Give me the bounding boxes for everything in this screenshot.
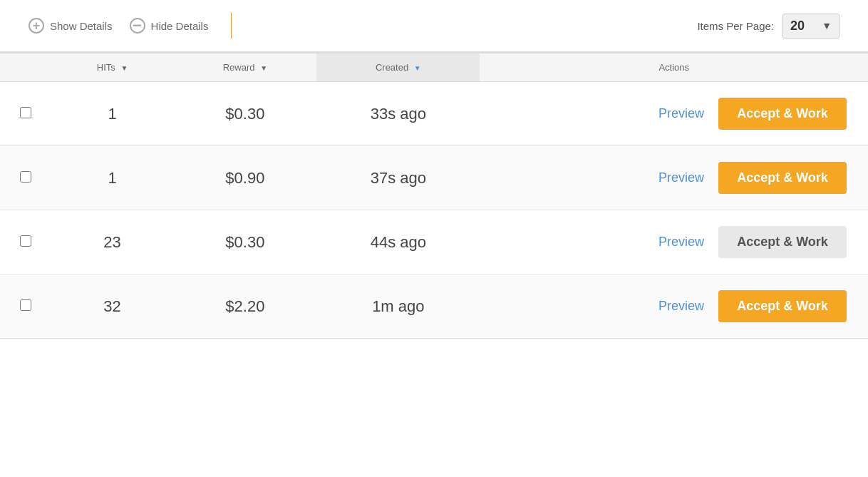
row-reward-0: $0.30 <box>174 82 317 146</box>
col-hits-header: HITs ▼ <box>51 53 174 82</box>
show-details-button[interactable]: + Show Details <box>29 18 113 34</box>
row-created-2: 44s ago <box>316 210 480 275</box>
row-checkbox-cell <box>0 210 51 275</box>
preview-button-3[interactable]: Preview <box>658 299 704 314</box>
hits-table: HITs ▼ Reward ▼ Created ▼ Actions <box>0 53 868 339</box>
items-per-page-select[interactable]: 20 ▼ <box>782 14 839 39</box>
row-checkbox-2[interactable] <box>20 235 31 247</box>
hits-sort-icon[interactable]: ▼ <box>120 64 128 72</box>
accept-work-button-1[interactable]: Accept & Work <box>718 162 847 194</box>
preview-button-1[interactable]: Preview <box>658 170 704 185</box>
accept-work-button-2[interactable]: Accept & Work <box>718 226 847 258</box>
minus-icon: − <box>130 18 145 34</box>
row-created-0: 33s ago <box>316 82 480 146</box>
row-reward-1: $0.90 <box>174 146 317 210</box>
preview-button-2[interactable]: Preview <box>658 235 704 250</box>
row-hits-1: 1 <box>51 146 174 210</box>
col-reward-header: Reward ▼ <box>174 53 317 82</box>
actions-cell-3: Preview Accept & Work <box>491 290 847 322</box>
toolbar-divider <box>231 13 232 39</box>
row-actions-2: Preview Accept & Work <box>480 210 868 275</box>
row-checkbox-1[interactable] <box>20 171 31 183</box>
col-select-header <box>0 53 51 82</box>
row-created-1: 37s ago <box>316 146 480 210</box>
actions-cell-2: Preview Accept & Work <box>491 226 847 258</box>
row-actions-0: Preview Accept & Work <box>480 82 868 146</box>
reward-sort-icon[interactable]: ▼ <box>260 64 267 72</box>
hide-details-button[interactable]: − Hide Details <box>130 18 209 34</box>
row-created-3: 1m ago <box>316 275 480 339</box>
row-reward-2: $0.30 <box>174 210 317 275</box>
row-hits-0: 1 <box>51 82 174 146</box>
actions-cell-0: Preview Accept & Work <box>491 98 847 130</box>
table-row: 1 $0.90 37s ago Preview Accept & Work <box>0 146 868 210</box>
row-checkbox-0[interactable] <box>20 107 31 118</box>
hits-table-wrapper: HITs ▼ Reward ▼ Created ▼ Actions <box>0 51 868 339</box>
accept-work-button-0[interactable]: Accept & Work <box>718 98 847 130</box>
table-row: 23 $0.30 44s ago Preview Accept & Work <box>0 210 868 275</box>
accept-work-button-3[interactable]: Accept & Work <box>718 290 847 322</box>
show-details-label: Show Details <box>50 20 113 32</box>
items-per-page-control: Items Per Page: 20 ▼ <box>697 14 839 39</box>
col-actions-header: Actions <box>480 53 868 82</box>
row-checkbox-cell <box>0 146 51 210</box>
hide-details-label: Hide Details <box>151 20 209 32</box>
col-created-header: Created ▼ <box>316 53 480 82</box>
created-sort-icon[interactable]: ▼ <box>414 64 421 72</box>
table-header-row: HITs ▼ Reward ▼ Created ▼ Actions <box>0 53 868 82</box>
table-row: 1 $0.30 33s ago Preview Accept & Work <box>0 82 868 146</box>
items-per-page-label: Items Per Page: <box>697 20 774 32</box>
row-checkbox-3[interactable] <box>20 299 31 311</box>
items-per-page-value: 20 <box>790 19 805 34</box>
row-actions-3: Preview Accept & Work <box>480 275 868 339</box>
row-reward-3: $2.20 <box>174 275 317 339</box>
toolbar: + Show Details − Hide Details Items Per … <box>0 0 868 51</box>
row-hits-2: 23 <box>51 210 174 275</box>
preview-button-0[interactable]: Preview <box>658 106 704 121</box>
table-row: 32 $2.20 1m ago Preview Accept & Work <box>0 275 868 339</box>
actions-cell-1: Preview Accept & Work <box>491 162 847 194</box>
row-hits-3: 32 <box>51 275 174 339</box>
table-body: 1 $0.30 33s ago Preview Accept & Work 1 … <box>0 82 868 339</box>
row-checkbox-cell <box>0 275 51 339</box>
row-actions-1: Preview Accept & Work <box>480 146 868 210</box>
chevron-down-icon: ▼ <box>822 20 832 31</box>
plus-icon: + <box>29 18 44 34</box>
row-checkbox-cell <box>0 82 51 146</box>
